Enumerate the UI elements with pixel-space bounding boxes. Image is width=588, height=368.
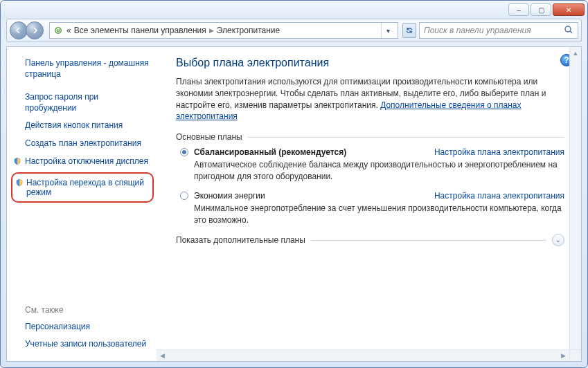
arrow-left-icon	[15, 26, 23, 35]
shield-icon	[15, 178, 24, 187]
page-title: Выбор плана электропитания	[176, 57, 564, 69]
vertical-scrollbar[interactable]: ▲ ▼	[569, 47, 581, 361]
plan-balanced: Сбалансированный (рекомендуется) Настрой…	[176, 147, 564, 183]
arrow-right-icon	[30, 26, 39, 35]
sidebar: Панель управления - домашняя страница За…	[7, 47, 157, 361]
scroll-left-icon[interactable]: ◀	[157, 350, 168, 361]
sidebar-sleep-link-highlighted[interactable]: Настройка перехода в спящий режим	[11, 172, 154, 203]
power-options-icon	[53, 25, 64, 36]
toolbar: « Все элементы панели управления ▶ Элект…	[6, 19, 582, 42]
main-panel: ? Выбор плана электропитания Планы элект…	[157, 47, 581, 361]
forward-button[interactable]	[26, 21, 44, 39]
content: Панель управления - домашняя страница За…	[6, 46, 582, 362]
shield-icon	[13, 157, 21, 165]
expand-label: Показать дополнительные планы	[176, 235, 305, 245]
address-dropdown[interactable]: ▾	[381, 23, 395, 38]
plan-settings-link[interactable]: Настройка плана электропитания	[434, 147, 564, 157]
plan-description: Автоматическое соблюдение баланса между …	[180, 157, 564, 183]
refresh-icon	[405, 26, 413, 35]
section-main-plans: Основные планы	[176, 132, 564, 142]
window: – ▢ ✕ « Все элементы панели управления ▶…	[0, 0, 588, 368]
svg-point-2	[565, 26, 571, 32]
scrollbar-corner	[569, 349, 581, 361]
sidebar-wake-password-link[interactable]: Запрос пароля при пробуждении	[11, 89, 157, 116]
plan-powersaver: Экономия энергии Настройка плана электро…	[176, 191, 564, 226]
sidebar-user-accounts-link[interactable]: Учетные записи пользователей	[11, 336, 157, 353]
radio-balanced[interactable]	[180, 148, 188, 156]
sidebar-create-plan-link[interactable]: Создать план электропитания	[11, 136, 157, 152]
sidebar-item-label: Настройка перехода в спящий режим	[26, 178, 144, 197]
address-bar[interactable]: « Все элементы панели управления ▶ Элект…	[49, 22, 398, 39]
minimize-button[interactable]: –	[508, 3, 529, 16]
maximize-button[interactable]: ▢	[531, 3, 551, 16]
titlebar: – ▢ ✕	[1, 1, 587, 19]
breadcrumb-item[interactable]: Все элементы панели управления	[74, 26, 206, 35]
breadcrumb-prefix: «	[66, 26, 71, 35]
close-icon: ✕	[566, 6, 571, 14]
scroll-right-icon[interactable]: ▶	[558, 350, 569, 361]
chevron-right-icon: ▶	[209, 27, 214, 34]
plan-settings-link[interactable]: Настройка плана электропитания	[434, 191, 564, 201]
plan-description: Минимальное энергопотребление за счет ум…	[180, 201, 564, 226]
plan-name: Сбалансированный (рекомендуется)	[194, 147, 346, 157]
search-icon	[564, 25, 573, 37]
sidebar-button-actions-link[interactable]: Действия кнопок питания	[11, 118, 157, 134]
search-input[interactable]: Поиск в панели управления	[419, 22, 578, 39]
minimize-icon: –	[517, 6, 521, 14]
page-description: Планы электропитания используются для оп…	[176, 76, 564, 122]
scroll-up-icon[interactable]: ▲	[570, 47, 581, 59]
divider	[248, 137, 564, 138]
search-placeholder: Поиск в панели управления	[424, 26, 531, 35]
horizontal-scrollbar[interactable]: ◀ ▶	[157, 349, 569, 361]
expand-plans-row: Показать дополнительные планы ⌄	[176, 234, 564, 246]
divider	[311, 240, 546, 241]
scroll-track[interactable]	[570, 59, 581, 349]
chevron-down-icon: ⌄	[555, 237, 561, 243]
sidebar-display-off-link[interactable]: Настройка отключения дисплея	[11, 154, 157, 170]
section-label: Основные планы	[176, 132, 242, 142]
sidebar-personalization-link[interactable]: Персонализация	[11, 319, 157, 335]
sidebar-item-label: Настройка отключения дисплея	[25, 156, 148, 166]
plan-name: Экономия энергии	[194, 191, 265, 201]
scroll-track[interactable]	[168, 350, 558, 361]
breadcrumb-item[interactable]: Электропитание	[217, 26, 280, 35]
expand-button[interactable]: ⌄	[552, 234, 564, 246]
sidebar-home-link[interactable]: Панель управления - домашняя страница	[11, 55, 157, 82]
radio-powersaver[interactable]	[180, 192, 188, 200]
maximize-icon: ▢	[538, 6, 544, 14]
refresh-button[interactable]	[402, 23, 416, 38]
nav-buttons	[10, 21, 44, 39]
sidebar-see-also-heading: См. также	[11, 302, 157, 318]
close-button[interactable]: ✕	[553, 3, 585, 16]
